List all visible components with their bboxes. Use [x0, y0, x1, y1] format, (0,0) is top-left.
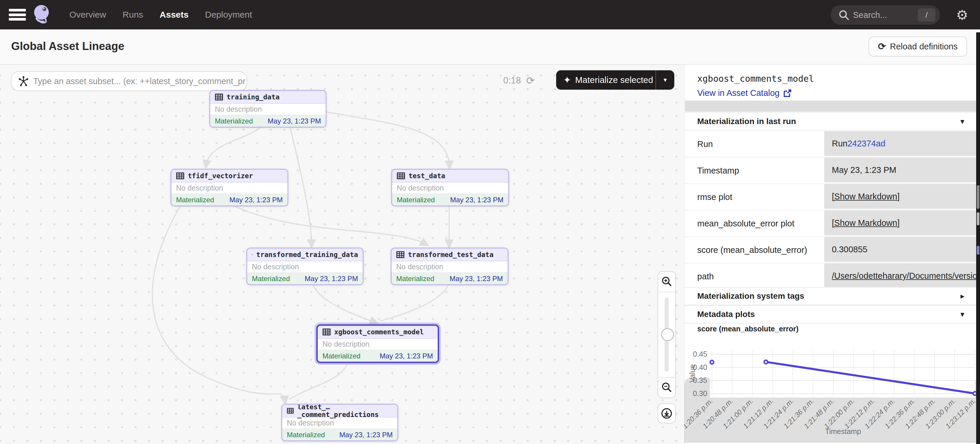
table-icon: [215, 94, 223, 100]
table-icon: [396, 251, 404, 258]
metadata-link[interactable]: /Users/odetteharary/Documents/version: [832, 271, 977, 281]
materialize-selected-button[interactable]: ✦ Materialize selected ▾: [556, 70, 674, 90]
section-label: Metadata plots: [697, 310, 755, 319]
view-in-asset-catalog-link[interactable]: View in Asset Catalog: [697, 88, 792, 98]
asset-node-transformed-test-data[interactable]: transformed_test_data No description Mat…: [391, 248, 509, 285]
metadata-value: [Show Markdown]: [824, 210, 977, 236]
table-icon: [287, 407, 294, 414]
asset-node-latest-comment-predictions[interactable]: latest_…_comment_predictions No descript…: [281, 404, 398, 441]
edge-transformed-test-xgboost: [380, 283, 449, 321]
main-area: Type an asset subset... (ex: ++latest_st…: [0, 65, 980, 444]
data-point[interactable]: [710, 361, 714, 364]
zoom-slider-thumb[interactable]: [661, 328, 674, 341]
asset-node-test-data[interactable]: test_data No description Materialized Ma…: [391, 169, 509, 207]
asset-node-header: test_data: [392, 170, 508, 183]
asset-node-header: transformed_training_data: [247, 248, 363, 261]
edge-training-transformed-training: [290, 125, 312, 245]
refresh-timer: 0:18 ⟳: [503, 71, 535, 90]
materialized-status: Materialized: [396, 275, 434, 283]
materialized-status: Materialized: [397, 196, 435, 204]
metadata-row: score (mean_absolute_error) 0.300855: [684, 237, 977, 263]
section-label: Materialization in last run: [697, 117, 796, 126]
scrollbar-thumb[interactable]: [977, 212, 979, 225]
zoom-slider[interactable]: [658, 292, 675, 377]
metadata-table: Run Run 242374ad Timestamp May 23, 1:23 …: [684, 131, 977, 290]
download-graph-button[interactable]: [657, 403, 676, 423]
nav-tab-assets[interactable]: Assets: [160, 10, 188, 20]
nav-tab-runs[interactable]: Runs: [123, 10, 143, 20]
x-axis-title: Timestamp: [825, 427, 861, 436]
materialized-status: Materialized: [215, 117, 253, 125]
zoom-out-button[interactable]: [658, 377, 675, 398]
panel-asset-name: xgboost_comments_model: [697, 73, 814, 84]
metadata-row: Timestamp May 23, 1:23 PM: [684, 158, 977, 184]
asset-details-panel: xgboost_comments_model View in Asset Cat…: [684, 65, 977, 444]
scrollbar-thumb[interactable]: [977, 246, 979, 255]
asset-node-training-data[interactable]: training_data No description Materialize…: [209, 90, 326, 127]
asset-node-footer: Materialized May 23, 1:23 PM: [318, 350, 438, 362]
zoom-in-button[interactable]: [658, 272, 675, 292]
search-shortcut-badge: /: [918, 8, 935, 21]
metadata-value: [Show Markdown]: [824, 184, 977, 210]
metadata-value: Run 242374ad: [824, 131, 977, 157]
asset-node-tfidf-vectorizer[interactable]: tfidf_vectorizer No description Material…: [170, 169, 288, 207]
asset-node-footer: Materialized May 23, 1:23 PM: [171, 194, 288, 205]
metadata-link[interactable]: [Show Markdown]: [832, 192, 900, 201]
materialized-timestamp: May 23, 1:23 PM: [339, 431, 393, 439]
asset-description: No description: [282, 417, 398, 429]
search-icon: [835, 9, 853, 21]
asset-node-header: latest_…_comment_predictions: [282, 404, 398, 417]
edge-transformed-training-xgboost: [312, 283, 375, 322]
asset-node-transformed-training-data[interactable]: transformed_training_data No description…: [246, 248, 364, 285]
asset-node-header: training_data: [210, 91, 326, 104]
metadata-link[interactable]: [Show Markdown]: [832, 218, 900, 228]
chevron-right-icon: ▸: [961, 292, 964, 300]
metadata-label: score (mean_absolute_error): [684, 237, 824, 263]
metadata-value: /Users/odetteharary/Documents/version: [824, 263, 977, 289]
dagster-logo-icon[interactable]: [32, 5, 52, 25]
filter-placeholder: Type an asset subset... (ex: ++latest_st…: [33, 76, 245, 86]
settings-gear-icon[interactable]: ⚙: [955, 8, 969, 22]
metadata-row: mean_absolute_error plot [Show Markdown]: [684, 210, 977, 237]
edge-tfidf-latest: [152, 205, 285, 401]
panel-horizontal-scrollbar[interactable]: [685, 100, 977, 112]
zoom-out-icon: [661, 382, 673, 393]
materialized-status: Materialized: [287, 431, 325, 439]
nav-tab-overview[interactable]: Overview: [69, 10, 106, 20]
nav-tabs: OverviewRunsAssetsDeployment: [69, 10, 252, 20]
asset-lineage-graph[interactable]: Type an asset subset... (ex: ++latest_st…: [0, 65, 683, 444]
zoom-controls: [657, 271, 676, 398]
search-placeholder: Search...: [853, 10, 887, 20]
window-right-scrollbar[interactable]: [976, 32, 980, 444]
scrollbar-thumb[interactable]: [977, 185, 979, 209]
data-point[interactable]: [764, 360, 768, 364]
asset-filter-input[interactable]: Type an asset subset... (ex: ++latest_st…: [11, 71, 247, 91]
asset-node-footer: Materialized May 23, 1:23 PM: [247, 273, 363, 284]
asset-description: No description: [210, 104, 326, 115]
refresh-icon[interactable]: ⟳: [526, 75, 535, 86]
asset-description: No description: [318, 339, 438, 350]
materialized-timestamp: May 23, 1:23 PM: [268, 117, 321, 125]
materialize-dropdown-caret[interactable]: ▾: [656, 76, 674, 84]
section-materialization-in-last-run[interactable]: Materialization in last run ▾: [684, 112, 977, 130]
asset-name: test_data: [409, 172, 445, 180]
reload-definitions-button[interactable]: ⟳ Reload definitions: [869, 37, 967, 56]
run-prefix: Run: [832, 139, 848, 148]
asset-name: xgboost_comments_model: [334, 328, 424, 336]
edge-training-test: [325, 112, 449, 166]
external-link-icon: [783, 89, 792, 98]
section-metadata-plots[interactable]: Metadata plots ▾: [684, 305, 977, 323]
page-header: Global Asset Lineage ⟳ Reload definition…: [0, 29, 980, 65]
nav-tab-deployment[interactable]: Deployment: [205, 10, 252, 20]
search-input[interactable]: Search... /: [830, 5, 940, 25]
hamburger-menu-icon[interactable]: [9, 9, 26, 21]
reload-definitions-label: Reload definitions: [890, 42, 958, 51]
run-id-link[interactable]: 242374ad: [848, 139, 885, 148]
asset-node-header: transformed_test_data: [391, 248, 508, 261]
asset-description: No description: [171, 183, 288, 194]
metadata-label: mean_absolute_error plot: [684, 210, 824, 236]
asset-node-xgboost-comments-model[interactable]: xgboost_comments_model No description Ma…: [316, 324, 439, 363]
sparkle-icon: ✦: [563, 75, 571, 86]
section-materialization-system-tags[interactable]: Materialization system tags ▸: [684, 287, 977, 305]
materialized-timestamp: May 23, 1:23 PM: [450, 196, 504, 204]
